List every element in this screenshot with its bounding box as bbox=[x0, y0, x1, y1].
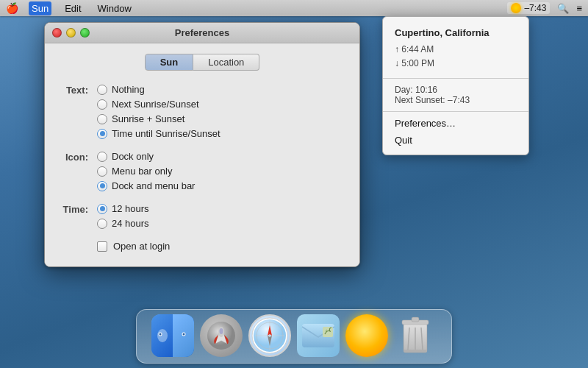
list-icon[interactable]: ≡ bbox=[576, 3, 582, 14]
dropdown-divider-1 bbox=[383, 78, 528, 79]
radio-sunrise-sunset-label: Sunrise + Sunset bbox=[112, 113, 184, 124]
menu-bar-left: 🍎 Sun Edit Window bbox=[6, 1, 135, 15]
dock-shelf bbox=[136, 309, 452, 364]
text-label: Text: bbox=[57, 84, 97, 139]
dropdown-sunrise: ↑ 6:44 AM bbox=[395, 43, 517, 57]
radio-sunrise-sunset[interactable]: Sunrise + Sunset bbox=[97, 113, 220, 124]
svg-rect-16 bbox=[323, 327, 333, 337]
open-at-login-checkbox[interactable]: Open at login bbox=[97, 241, 348, 252]
icon-label: Icon: bbox=[57, 151, 97, 191]
dropdown-location: Cupertino, California bbox=[383, 23, 528, 41]
dropdown-day-night: Day: 10:16 Next Sunset: –7:43 bbox=[383, 82, 528, 108]
radio-sunrise-sunset-circle bbox=[97, 114, 107, 124]
radio-time-until[interactable]: Time until Sunrise/Sunset bbox=[97, 128, 220, 139]
dropdown-sunset: ↓ 5:00 PM bbox=[395, 57, 517, 71]
radio-menu-only-circle bbox=[97, 166, 107, 177]
icon-section: Icon: Dock only Menu bar only Dock and m… bbox=[57, 151, 348, 191]
radio-time-until-label: Time until Sunrise/Sunset bbox=[112, 128, 220, 139]
radio-dock-menu-label: Dock and menu bar bbox=[112, 180, 195, 191]
open-at-login-label: Open at login bbox=[113, 241, 170, 252]
dock-icon-finder[interactable] bbox=[151, 314, 194, 357]
window-titlebar: Preferences bbox=[45, 23, 359, 43]
radio-next-sunrise[interactable]: Next Sunrise/Sunset bbox=[97, 99, 220, 110]
radio-dock-menu-circle bbox=[97, 181, 107, 191]
svg-rect-22 bbox=[412, 317, 419, 322]
menu-item-edit[interactable]: Edit bbox=[62, 1, 84, 15]
window-buttons bbox=[52, 28, 90, 38]
window-minimize-button[interactable] bbox=[66, 28, 76, 38]
radio-12h[interactable]: 12 hours bbox=[97, 203, 149, 214]
radio-12h-circle bbox=[97, 204, 107, 214]
finder-left bbox=[151, 314, 173, 357]
finder-right bbox=[173, 314, 194, 357]
dropdown-day: Day: 10:16 bbox=[395, 85, 517, 95]
radio-24h[interactable]: 24 hours bbox=[97, 218, 149, 229]
dock bbox=[0, 302, 588, 368]
radio-dock-only[interactable]: Dock only bbox=[97, 151, 195, 162]
radio-next-sunrise-circle bbox=[97, 99, 107, 110]
menu-bar: 🍎 Sun Edit Window –7:43 🔍 ≡ bbox=[0, 0, 588, 16]
svg-point-2 bbox=[159, 333, 161, 336]
dock-icon-rocket[interactable] bbox=[200, 314, 243, 357]
search-icon[interactable]: 🔍 bbox=[557, 3, 569, 14]
text-section: Text: Nothing Next Sunrise/Sunset Sunris… bbox=[57, 84, 348, 139]
radio-24h-label: 24 hours bbox=[112, 218, 149, 229]
preferences-window: Preferences Sun Location Text: Nothing N… bbox=[44, 22, 360, 267]
dropdown-preferences[interactable]: Preferences… bbox=[383, 115, 528, 132]
text-radio-group: Nothing Next Sunrise/Sunset Sunrise + Su… bbox=[97, 84, 220, 139]
finder-face bbox=[151, 314, 194, 357]
dock-icon-sun[interactable] bbox=[345, 314, 388, 357]
radio-dock-menu[interactable]: Dock and menu bar bbox=[97, 180, 195, 191]
sun-menu-icon bbox=[511, 3, 521, 13]
menu-item-sun[interactable]: Sun bbox=[29, 1, 51, 15]
open-at-login-box bbox=[97, 241, 107, 252]
window-title: Preferences bbox=[175, 27, 229, 38]
time-label: Time: bbox=[57, 203, 97, 229]
radio-dock-only-circle bbox=[97, 152, 107, 162]
dock-icon-trash[interactable] bbox=[394, 314, 437, 357]
dropdown-divider-2 bbox=[383, 111, 528, 112]
tab-location[interactable]: Location bbox=[193, 54, 259, 71]
radio-time-until-circle bbox=[97, 129, 107, 139]
radio-nothing-label: Nothing bbox=[112, 84, 145, 95]
dropdown-sun-times: ↑ 6:44 AM ↓ 5:00 PM bbox=[383, 41, 528, 75]
radio-nothing[interactable]: Nothing bbox=[97, 84, 220, 95]
radio-12h-label: 12 hours bbox=[112, 203, 149, 214]
sun-time: –7:43 bbox=[524, 3, 546, 13]
dock-icon-safari[interactable] bbox=[248, 314, 291, 357]
menu-item-window[interactable]: Window bbox=[95, 1, 135, 15]
time-section: Time: 12 hours 24 hours bbox=[57, 203, 348, 229]
radio-menu-only-label: Menu bar only bbox=[112, 166, 172, 177]
dropdown-quit[interactable]: Quit bbox=[383, 132, 528, 149]
radio-next-sunrise-label: Next Sunrise/Sunset bbox=[112, 99, 199, 110]
segmented-control: Sun Location bbox=[57, 54, 348, 71]
svg-point-4 bbox=[182, 333, 184, 336]
dropdown-menu: Cupertino, California ↑ 6:44 AM ↓ 5:00 P… bbox=[382, 16, 529, 155]
dropdown-next-sunset: Next Sunset: –7:43 bbox=[395, 95, 517, 105]
sun-widget[interactable]: –7:43 bbox=[507, 2, 550, 14]
svg-point-7 bbox=[220, 328, 223, 334]
svg-point-0 bbox=[157, 329, 168, 342]
menu-bar-right: –7:43 🔍 ≡ bbox=[507, 2, 582, 14]
radio-dock-only-label: Dock only bbox=[112, 151, 154, 162]
radio-menu-only[interactable]: Menu bar only bbox=[97, 166, 195, 177]
radio-nothing-circle bbox=[97, 85, 107, 95]
radio-24h-circle bbox=[97, 219, 107, 229]
apple-menu[interactable]: 🍎 bbox=[6, 2, 18, 14]
time-radio-group: 12 hours 24 hours bbox=[97, 203, 149, 229]
window-maximize-button[interactable] bbox=[80, 28, 90, 38]
window-close-button[interactable] bbox=[52, 28, 62, 38]
tab-sun[interactable]: Sun bbox=[145, 54, 194, 71]
icon-radio-group: Dock only Menu bar only Dock and menu ba… bbox=[97, 151, 195, 191]
window-body: Sun Location Text: Nothing Next Sunrise/… bbox=[45, 43, 359, 266]
dock-icon-mail[interactable] bbox=[297, 314, 340, 357]
